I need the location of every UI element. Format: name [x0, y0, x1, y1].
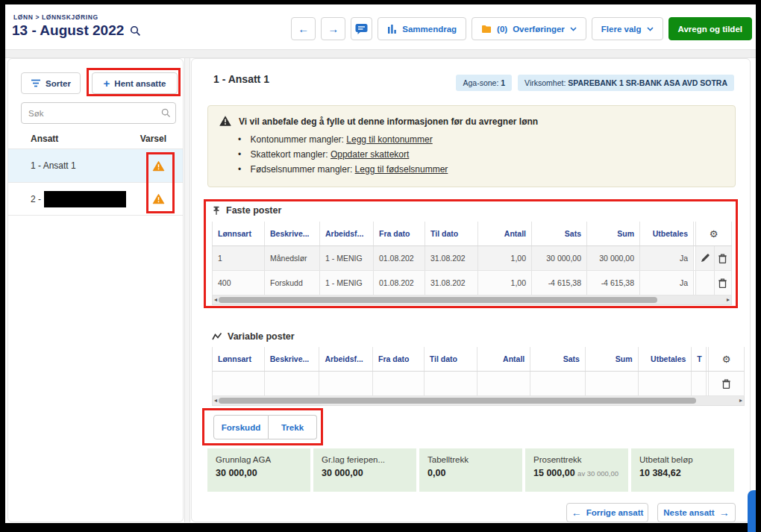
variable-poster-title: Variable poster	[228, 331, 295, 342]
next-period-button[interactable]: →	[321, 17, 345, 40]
pushpin-icon	[212, 206, 221, 216]
col-antall[interactable]: Antall	[477, 347, 531, 371]
oppdater-skattekort-link[interactable]: Oppdater skattekort	[331, 149, 409, 160]
delete-button[interactable]	[714, 246, 732, 270]
flere-valg-dropdown[interactable]: Flere valg	[592, 17, 663, 40]
table-row-empty[interactable]	[212, 372, 745, 396]
cell-fra-dato: 01.08.202	[374, 271, 425, 295]
col-sum[interactable]: Sum	[586, 347, 639, 371]
col-t[interactable]: T	[692, 347, 707, 371]
warning-triangle-icon	[219, 115, 232, 127]
col-arbeidsforhold[interactable]: Arbeidsf...	[320, 222, 374, 245]
delete-button[interactable]	[714, 271, 732, 295]
col-sats[interactable]: Sats	[530, 347, 586, 371]
card-label: Grunnlag AGA	[216, 455, 302, 464]
table-settings-cell: ⚙	[709, 347, 745, 371]
col-fra-dato[interactable]: Fra dato	[373, 347, 425, 371]
overforinger-count: (0)	[497, 25, 507, 34]
employee-title: 1 - Ansatt 1	[213, 73, 269, 85]
col-lonnsart[interactable]: Lønnsart	[212, 222, 265, 245]
search-input[interactable]	[21, 102, 176, 124]
faste-poster-header: Faste poster	[212, 205, 281, 216]
row-actions	[696, 271, 732, 295]
col-utbetales[interactable]: Utbetales	[640, 222, 694, 245]
col-utbetales[interactable]: Utbetales	[639, 347, 692, 371]
summary-cards: Grunnlag AGA 30 000,00 Gr.lag feriepen..…	[207, 448, 734, 492]
table-header-row: Lønnsart Beskrive... Arbeidsf... Fra dat…	[212, 222, 732, 246]
page-title-row: 13 - August 2022	[12, 22, 141, 39]
col-antall[interactable]: Antall	[478, 222, 532, 245]
col-til-dato[interactable]: Til dato	[425, 347, 477, 371]
col-fra-dato[interactable]: Fra dato	[374, 222, 425, 245]
cell-utbetales[interactable]	[639, 372, 692, 395]
scroll-right-icon[interactable]: ▸	[727, 295, 730, 304]
virksomhet-label: Virksomhet:	[524, 78, 566, 87]
cell-sum: 30 000,00	[587, 246, 640, 270]
table-row[interactable]: 1 Månedslør 1 - MENIG 01.08.202 31.08.20…	[212, 246, 732, 271]
card-value-suffix: av 30 000,00	[577, 469, 618, 478]
horizontal-scrollbar[interactable]: ◂ ▸	[212, 396, 745, 406]
employee-list-item-2[interactable]: 2 -	[8, 182, 183, 216]
cell-fra-dato[interactable]	[373, 372, 425, 395]
col-lonnsart[interactable]: Lønnsart	[212, 347, 265, 371]
col-sats[interactable]: Sats	[532, 222, 587, 245]
chevron-down-icon	[570, 27, 577, 31]
cell-lonnsart[interactable]	[212, 372, 265, 395]
cell-utbetales: Ja	[640, 246, 694, 270]
table-row[interactable]: 400 Forskudd 1 - MENIG 01.08.202 31.08.2…	[212, 271, 732, 295]
scroll-left-icon[interactable]: ◂	[214, 396, 217, 405]
sammendrag-button[interactable]: Sammendrag	[378, 17, 466, 40]
cell-arbeidsforhold: 1 - MENIG	[320, 246, 374, 270]
col-arbeidsforhold[interactable]: Arbeidsf...	[319, 347, 373, 371]
forrige-ansatt-label: Forrige ansatt	[586, 508, 644, 517]
gear-icon[interactable]: ⚙	[722, 354, 731, 364]
edit-button[interactable]	[696, 246, 714, 270]
col-sum[interactable]: Sum	[587, 222, 640, 245]
search-icon	[161, 108, 171, 118]
cell-beskrivelse[interactable]	[265, 372, 320, 395]
arrow-right-icon: →	[719, 507, 730, 518]
legg-til-fodselsnummer-link[interactable]: Legg til fødselsnummer	[355, 164, 448, 175]
prev-period-button[interactable]: ←	[291, 17, 316, 40]
col-beskrivelse[interactable]: Beskrive...	[265, 347, 320, 371]
hent-ansatte-button[interactable]: + Hent ansatte	[92, 72, 178, 94]
aga-sone-value: 1	[501, 78, 505, 87]
cell-t[interactable]	[692, 372, 707, 395]
forskudd-button[interactable]: Forskudd	[213, 415, 269, 439]
forrige-ansatt-button[interactable]: ← Forrige ansatt	[566, 503, 648, 522]
employee-list-header: Ansatt Varsel	[8, 134, 183, 148]
breadcrumb[interactable]: LØNN > LØNNSKJØRING	[13, 13, 98, 21]
feedback-tab[interactable]	[748, 490, 756, 532]
cell-sum[interactable]	[586, 372, 639, 395]
employee-list-item-1[interactable]: 1 - Ansatt 1	[8, 148, 183, 182]
col-beskrivelse[interactable]: Beskrive...	[265, 222, 320, 245]
cell-sats[interactable]	[530, 372, 586, 395]
cell-til-dato: 31.08.202	[425, 271, 478, 295]
scroll-left-icon[interactable]: ◂	[214, 295, 217, 304]
card-label: Gr.lag feriepen...	[322, 455, 408, 464]
gear-icon[interactable]: ⚙	[710, 229, 718, 239]
bullet: •	[238, 164, 241, 175]
cell-antall[interactable]	[477, 372, 531, 395]
search-icon[interactable]	[130, 25, 141, 37]
scroll-right-icon[interactable]: ▸	[739, 396, 742, 405]
legg-til-kontonummer-link[interactable]: Legg til kontonummer	[346, 134, 432, 145]
neste-ansatt-button[interactable]: Neste ansatt →	[657, 503, 736, 522]
trekk-button[interactable]: Trekk	[269, 415, 317, 439]
scrollbar-thumb[interactable]	[219, 297, 657, 303]
horizontal-scrollbar[interactable]: ◂ ▸	[212, 295, 732, 305]
scrollbar-thumb[interactable]	[219, 398, 696, 404]
col-til-dato[interactable]: Til dato	[425, 222, 478, 245]
overforinger-dropdown[interactable]: (0) Overføringer	[472, 17, 586, 40]
sidebar-scrollbar[interactable]	[184, 58, 190, 522]
avregn-og-tildel-button[interactable]: Avregn og tildel	[668, 17, 752, 40]
cell-arbeidsforhold[interactable]	[319, 372, 373, 395]
cell-til-dato[interactable]	[425, 372, 477, 395]
delete-button[interactable]	[709, 372, 744, 395]
sorter-button[interactable]: Sorter	[21, 72, 81, 94]
comments-button[interactable]	[351, 17, 372, 40]
bar-chart-icon	[387, 24, 397, 34]
column-ansatt: Ansatt	[31, 134, 58, 144]
row-actions	[709, 372, 745, 395]
cell-sats: 30 000,00	[532, 246, 587, 270]
